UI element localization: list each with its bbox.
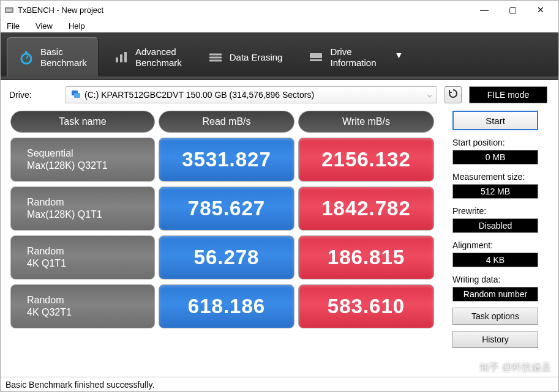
tab-overflow-arrow[interactable]: ▼ (391, 50, 410, 64)
drive-label: Drive: (9, 90, 58, 100)
svg-rect-3 (25, 51, 28, 53)
svg-rect-7 (124, 52, 127, 62)
erase-icon (208, 50, 223, 65)
file-mode-indicator[interactable]: FILE mode (469, 86, 547, 103)
minimize-button[interactable]: ― (470, 1, 498, 18)
menu-view[interactable]: View (32, 20, 56, 32)
header-row: Task name Read mB/s Write mB/s (10, 111, 439, 133)
prewrite-label: Prewrite: (452, 206, 538, 216)
main-area: Task name Read mB/s Write mB/s Sequentia… (1, 107, 558, 348)
writing-data-value[interactable]: Random number (452, 287, 538, 301)
row-random-q1t1-128k: Random Max(128K) Q1T1 785.627 1842.782 (10, 187, 439, 231)
tab-label: Data Erasing (230, 52, 283, 62)
monitor-icon (71, 89, 81, 101)
benchmark-grid: Task name Read mB/s Write mB/s Sequentia… (10, 111, 439, 348)
svg-rect-11 (74, 93, 80, 98)
refresh-icon (448, 89, 458, 101)
write-value: 583.610 (298, 284, 434, 328)
svg-rect-6 (120, 54, 122, 62)
row-random-4k-q1t1: Random 4K Q1T1 56.278 186.815 (10, 235, 439, 279)
menu-file[interactable]: File (3, 20, 23, 32)
prewrite-value[interactable]: Disabled (452, 218, 538, 233)
chevron-down-icon: ⌵ (427, 91, 432, 99)
tab-drive-information[interactable]: Drive Information (297, 37, 387, 76)
start-position-label: Start position: (452, 138, 538, 147)
drive-row: Drive: (C:) KPART512GBC2DVT 150.00 GB (3… (1, 80, 558, 107)
status-bar: Basic Benchmark finished successfully. (1, 377, 558, 391)
measurement-size-label: Measurement size: (452, 172, 538, 182)
tab-label: Drive Information (330, 46, 376, 68)
menu-bar: File View Help (1, 19, 558, 32)
task-options-button[interactable]: Task options (452, 308, 538, 325)
drive-select[interactable]: (C:) KPART512GBC2DVT 150.00 GB (314,576,… (66, 86, 437, 103)
alignment-value[interactable]: 4 KB (452, 253, 538, 267)
tab-basic-benchmark[interactable]: Basic Benchmark (7, 37, 99, 76)
row-sequential-q32t1: Sequential Max(128K) Q32T1 3531.827 2156… (10, 138, 439, 182)
header-task: Task name (10, 111, 155, 133)
refresh-button[interactable] (445, 86, 462, 103)
read-value: 785.627 (159, 187, 295, 231)
drive-select-text: (C:) KPART512GBC2DVT 150.00 GB (314,576,… (84, 90, 314, 100)
tab-advanced-benchmark[interactable]: Advanced Benchmark (102, 37, 193, 76)
read-value: 56.278 (159, 235, 295, 279)
side-panel: Start Start position: 0 MB Measurement s… (452, 111, 538, 348)
menu-help[interactable]: Help (65, 20, 89, 32)
close-button[interactable]: ✕ (527, 1, 555, 18)
tab-label: Advanced Benchmark (135, 46, 182, 68)
maximize-button[interactable]: ▢ (498, 1, 527, 18)
header-write: Write mB/s (298, 111, 434, 133)
read-value: 618.186 (159, 284, 295, 328)
window-title: TxBENCH - New project (18, 6, 470, 15)
svg-line-4 (26, 56, 28, 59)
start-button[interactable]: Start (452, 111, 538, 130)
svg-rect-9 (310, 59, 322, 61)
write-value: 186.815 (298, 235, 434, 279)
svg-rect-1 (6, 9, 12, 12)
task-name[interactable]: Random 4K Q1T1 (10, 235, 155, 279)
alignment-label: Alignment: (452, 240, 538, 250)
read-value: 3531.827 (159, 138, 295, 182)
status-text: Basic Benchmark finished successfully. (6, 380, 154, 390)
svg-rect-5 (116, 57, 118, 62)
task-name[interactable]: Random Max(128K) Q1T1 (10, 187, 155, 231)
title-bar: TxBENCH - New project ― ▢ ✕ (1, 1, 558, 19)
stopwatch-icon (18, 50, 34, 65)
svg-rect-8 (310, 53, 322, 58)
write-value: 1842.782 (298, 187, 434, 231)
measurement-size-value[interactable]: 512 MB (452, 184, 538, 199)
writing-data-label: Writing data: (452, 275, 538, 284)
app-icon (4, 5, 14, 15)
drive-icon (308, 50, 324, 65)
watermark-text: 知乎 @科技健圣 (479, 361, 551, 374)
tab-bar: Basic Benchmark Advanced Benchmark Data … (1, 32, 558, 76)
tab-data-erasing[interactable]: Data Erasing (197, 37, 294, 76)
row-random-4k-q32t1: Random 4K Q32T1 618.186 583.610 (10, 284, 439, 328)
start-position-value[interactable]: 0 MB (452, 150, 538, 165)
write-value: 2156.132 (298, 138, 434, 182)
header-read: Read mB/s (159, 111, 295, 133)
task-name[interactable]: Sequential Max(128K) Q32T1 (10, 138, 155, 182)
bar-chart-icon (113, 50, 129, 65)
task-name[interactable]: Random 4K Q32T1 (10, 284, 155, 328)
history-button[interactable]: History (452, 331, 538, 348)
tab-label: Basic Benchmark (40, 46, 87, 68)
